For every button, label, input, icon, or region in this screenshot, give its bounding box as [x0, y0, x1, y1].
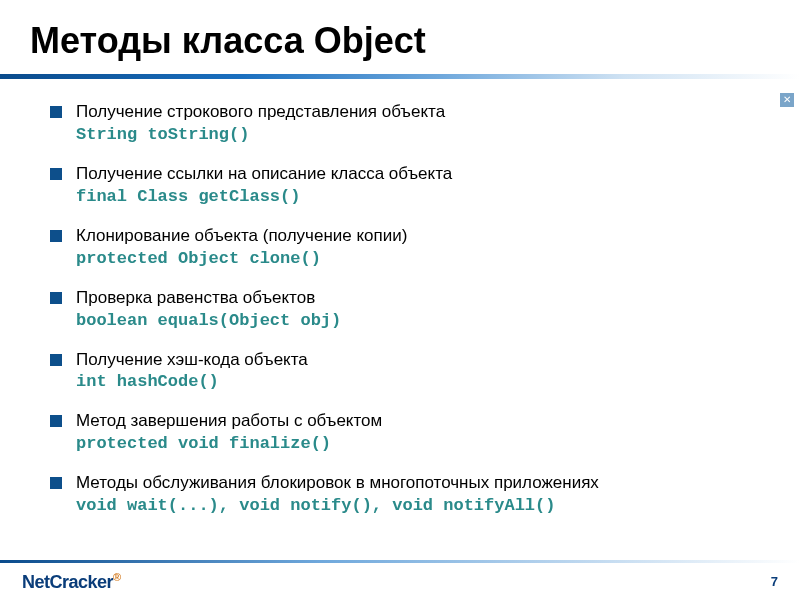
list-item: Получение строкового представления объек… [50, 101, 770, 147]
bullet-code: boolean equals(Object obj) [76, 310, 770, 333]
footer-bar: NetCracker® 7 [0, 562, 800, 600]
bullet-code: void wait(...), void notify(), void noti… [76, 495, 770, 518]
logo-text-main: Net [22, 572, 50, 592]
list-item: Методы обслуживания блокировок в многопо… [50, 472, 770, 518]
slide: Методы класса Object ✕ Получение строков… [0, 0, 800, 600]
logo-text-accent: Cracker [50, 572, 114, 592]
bullet-list: Получение строкового представления объек… [50, 101, 770, 518]
bullet-desc: Получение хэш-кода объекта [76, 350, 308, 369]
slide-title: Методы класса Object [0, 0, 800, 74]
bullet-code: protected void finalize() [76, 433, 770, 456]
bullet-code: protected Object clone() [76, 248, 770, 271]
bullet-desc: Метод завершения работы с объектом [76, 411, 382, 430]
list-item: Проверка равенства объектов boolean equa… [50, 287, 770, 333]
bullet-desc: Получение строкового представления объек… [76, 102, 445, 121]
list-item: Получение ссылки на описание класса объе… [50, 163, 770, 209]
bullet-desc: Клонирование объекта (получение копии) [76, 226, 407, 245]
list-item: Метод завершения работы с объектом prote… [50, 410, 770, 456]
page-number: 7 [771, 574, 778, 589]
bullet-code: int hashCode() [76, 371, 770, 394]
bullet-desc: Проверка равенства объектов [76, 288, 315, 307]
list-item: Получение хэш-кода объекта int hashCode(… [50, 349, 770, 395]
content-area: Получение строкового представления объек… [0, 79, 800, 562]
bullet-desc: Получение ссылки на описание класса объе… [76, 164, 452, 183]
bullet-code: final Class getClass() [76, 186, 770, 209]
bullet-code: String toString() [76, 124, 770, 147]
footer-divider [0, 560, 800, 563]
title-divider [0, 74, 800, 79]
bullet-desc: Методы обслуживания блокировок в многопо… [76, 473, 599, 492]
logo: NetCracker® [22, 571, 121, 593]
logo-mark: ® [113, 571, 121, 583]
close-icon[interactable]: ✕ [780, 93, 794, 107]
list-item: Клонирование объекта (получение копии) p… [50, 225, 770, 271]
